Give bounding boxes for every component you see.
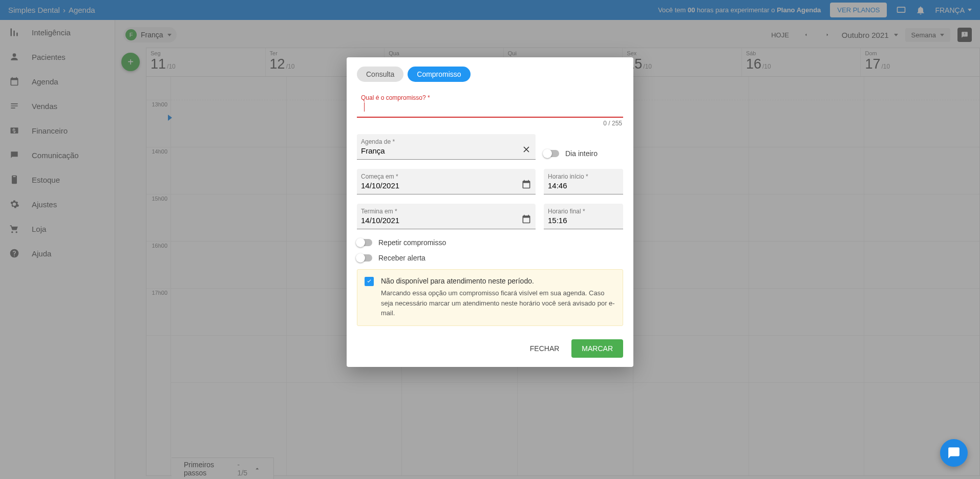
field-label: Agenda de * — [357, 134, 536, 145]
start-time-field[interactable]: Horario início * — [544, 169, 623, 194]
end-time-input[interactable] — [544, 215, 623, 229]
unavailable-checkbox[interactable] — [365, 277, 374, 286]
alert-toggle[interactable] — [357, 254, 372, 262]
toggle-label: Dia inteiro — [565, 149, 598, 158]
start-time-input[interactable] — [544, 180, 623, 194]
title-field[interactable]: Qual é o compromisso? * — [357, 91, 623, 118]
field-label: Qual é o compromisso? * — [357, 91, 623, 101]
end-time-field[interactable]: Horario final * — [544, 204, 623, 229]
unavailable-note: Não disponível para atendimento neste pe… — [357, 269, 623, 326]
agenda-field[interactable]: Agenda de * — [357, 134, 536, 160]
field-label: Começa em * — [357, 169, 536, 180]
text-cursor — [364, 102, 365, 112]
field-label: Horario final * — [544, 204, 623, 215]
appointment-modal: Consulta Compromisso Qual é o compromiss… — [347, 57, 633, 367]
clear-icon[interactable] — [521, 144, 531, 155]
agenda-input[interactable] — [357, 145, 536, 160]
calendar-icon[interactable] — [521, 214, 531, 224]
tab-compromisso[interactable]: Compromisso — [408, 67, 470, 82]
end-date-input[interactable] — [357, 215, 536, 229]
toggle-label: Repetir compromisso — [378, 238, 446, 247]
check-icon — [366, 278, 372, 285]
close-button[interactable]: FECHAR — [523, 339, 567, 358]
modal-overlay[interactable]: Consulta Compromisso Qual é o compromiss… — [0, 0, 980, 479]
repeat-toggle[interactable] — [357, 239, 372, 246]
toggle-label: Receber alerta — [378, 254, 425, 262]
chat-icon — [947, 446, 961, 460]
save-button[interactable]: MARCAR — [571, 339, 623, 358]
note-description: Marcando essa opção um compromisso ficar… — [381, 288, 615, 318]
start-date-field[interactable]: Começa em * — [357, 169, 536, 194]
tab-consulta[interactable]: Consulta — [357, 67, 403, 82]
start-date-input[interactable] — [357, 180, 536, 194]
note-title: Não disponível para atendimento neste pe… — [381, 277, 615, 285]
calendar-icon[interactable] — [521, 179, 531, 189]
field-label: Horario início * — [544, 169, 623, 180]
char-count: 0 / 255 — [358, 120, 622, 127]
all-day-toggle[interactable] — [544, 150, 559, 157]
end-date-field[interactable]: Termina em * — [357, 204, 536, 229]
support-chat-button[interactable] — [940, 439, 968, 467]
field-label: Termina em * — [357, 204, 536, 215]
